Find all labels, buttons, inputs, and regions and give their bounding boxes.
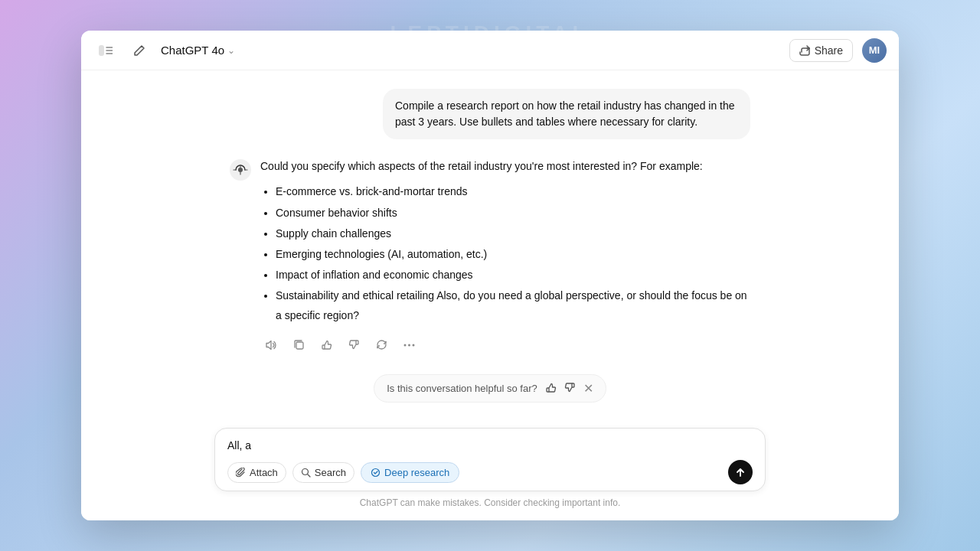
feedback-thumbs-down[interactable] [564,382,576,395]
svg-point-7 [403,344,406,346]
model-title: ChatGPT 4o [161,44,224,57]
ai-bullet-list: E-commerce vs. brick-and-mortar trends C… [276,182,750,324]
chat-content: Compile a research report on how the ret… [81,70,899,422]
svg-point-11 [372,468,380,476]
input-toolbar: Attach Search Deep r [227,460,753,484]
user-avatar[interactable]: MI [862,38,887,63]
chat-container: Compile a research report on how the ret… [214,89,766,403]
ai-intro-text: Could you specify which aspects of the r… [260,158,750,174]
sidebar-toggle-button[interactable] [93,38,118,63]
ai-avatar-icon [230,159,251,181]
titlebar: ChatGPT 4o ⌄ Share MI [81,31,899,70]
input-box[interactable]: All, a Attach Search [214,428,766,491]
user-message-text: Compile a research report on how the ret… [395,99,735,128]
edit-button[interactable] [127,38,152,63]
send-button[interactable] [728,460,753,484]
model-selector[interactable]: ChatGPT 4o ⌄ [161,44,235,57]
share-label: Share [815,44,843,57]
user-message-wrapper: Compile a research report on how the ret… [230,89,750,139]
user-message: Compile a research report on how the ret… [383,89,750,139]
list-item: Consumer behavior shifts [276,204,750,223]
titlebar-left: ChatGPT 4o ⌄ [93,38,235,63]
svg-rect-0 [99,45,104,56]
search-button[interactable]: Search [292,462,354,483]
titlebar-right: Share MI [789,38,887,63]
input-area: All, a Attach Search [81,422,899,520]
svg-point-5 [238,168,243,172]
feedback-text: Is this conversation helpful so far? [387,383,537,394]
list-item: Sustainability and ethical retailing Als… [276,286,750,324]
list-item: E-commerce vs. brick-and-mortar trends [276,182,750,201]
copy-icon[interactable] [288,334,309,356]
speaker-icon[interactable] [260,334,282,356]
svg-point-9 [412,344,414,346]
feedback-thumbs-up[interactable] [545,382,557,395]
list-item: Supply chain challenges [276,224,750,243]
deep-research-label: Deep research [384,467,449,478]
chat-window: ChatGPT 4o ⌄ Share MI Compile a research… [81,31,899,520]
thumbs-down-icon[interactable] [343,334,364,356]
thumbs-up-icon[interactable] [315,334,337,356]
input-box-wrapper: All, a Attach Search [214,428,766,508]
feedback-bar: Is this conversation helpful so far? ✕ [374,374,606,403]
ai-message: Could you specify which aspects of the r… [260,158,750,356]
attach-button[interactable]: Attach [227,462,286,483]
chevron-down-icon: ⌄ [227,45,235,56]
more-options-icon[interactable] [398,334,420,356]
disclaimer-text: ChatGPT can make mistakes. Consider chec… [214,497,766,508]
svg-point-8 [408,344,410,346]
regenerate-icon[interactable] [371,334,392,356]
svg-point-10 [302,468,308,474]
svg-rect-6 [296,342,303,349]
message-actions [260,334,750,356]
ai-message-wrapper: Could you specify which aspects of the r… [230,158,750,356]
attach-label: Attach [250,467,278,478]
feedback-close-button[interactable]: ✕ [583,381,593,396]
search-label: Search [315,467,346,478]
deep-research-button[interactable]: Deep research [361,462,459,483]
message-input[interactable]: All, a [227,438,753,454]
share-button[interactable]: Share [789,39,853,62]
list-item: Emerging technologies (AI, automation, e… [276,245,750,264]
list-item: Impact of inflation and economic changes [276,266,750,285]
